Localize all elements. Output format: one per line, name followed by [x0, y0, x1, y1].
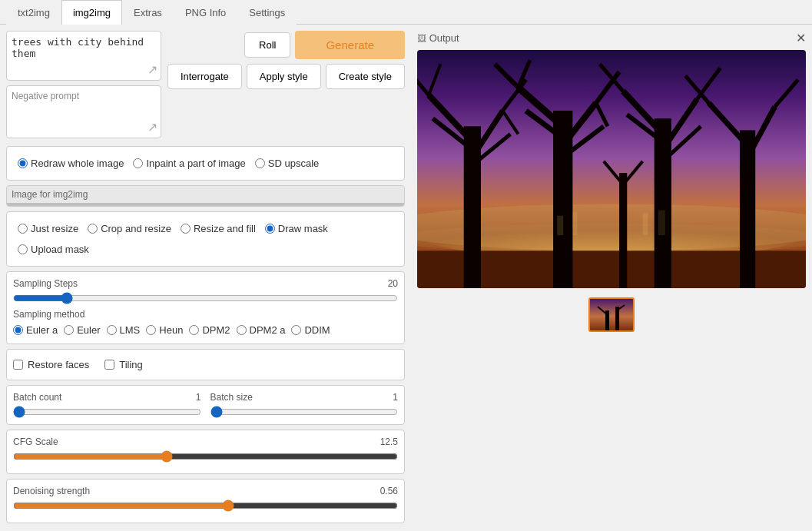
cfg-scale-slider[interactable] [13, 450, 398, 463]
left-panel: ↗ Negative prompt ↗ Roll Generate [0, 25, 411, 529]
batch-count-item: Batch count 1 [13, 392, 201, 418]
method-dpm2-label: DPM2 [202, 324, 230, 336]
output-title: Output [429, 32, 459, 44]
tab-txt2img[interactable]: txt2img [6, 0, 61, 25]
image-section-label: Image for img2img [7, 186, 404, 203]
method-euler-a[interactable]: Euler a [13, 324, 58, 336]
denoising-section: Denoising strength 0.56 [6, 479, 405, 523]
prompt-actions: ↗ [147, 62, 157, 77]
cfg-scale-row: CFG Scale 12.5 [13, 436, 398, 463]
method-lms-label: LMS [120, 324, 141, 336]
tab-settings[interactable]: Settings [237, 0, 297, 25]
method-lms[interactable]: LMS [107, 324, 141, 336]
roll-button[interactable]: Roll [244, 32, 290, 58]
method-euler[interactable]: Euler [64, 324, 100, 336]
tiling-label: Tiling [119, 359, 143, 370]
mode-sd-upscale-label: SD upscale [268, 158, 319, 169]
sampling-steps-row: Sampling Steps 20 [13, 278, 398, 304]
prompt-edit-icon[interactable]: ↗ [147, 62, 157, 77]
tiling-checkbox[interactable]: Tiling [104, 359, 143, 370]
output-header: 🖼 Output ✕ [417, 31, 806, 45]
method-dpm2[interactable]: DPM2 [189, 324, 230, 336]
top-controls-row: ↗ Negative prompt ↗ Roll Generate [6, 31, 405, 138]
image-section: Image for img2img [6, 185, 405, 207]
sampling-steps-slider[interactable] [13, 292, 398, 304]
resize-fill-label: Resize and fill [194, 223, 256, 234]
batch-count-label-row: Batch count 1 [13, 392, 201, 403]
tab-png-info[interactable]: PNG Info [174, 0, 237, 25]
output-label: 🖼 Output [417, 32, 459, 44]
batch-size-label-row: Batch size 1 [210, 392, 399, 403]
method-dpm2a[interactable]: DPM2 a [237, 324, 286, 336]
svg-rect-58 [658, 211, 665, 235]
mode-redraw-label: Redraw whole image [31, 158, 124, 169]
method-dpm2a-label: DPM2 a [250, 324, 286, 336]
batch-size-slider[interactable] [210, 406, 399, 418]
batch-size-item: Batch size 1 [210, 392, 399, 418]
batch-count-value: 1 [196, 392, 201, 403]
resize-crop-label: Crop and resize [101, 223, 171, 234]
batch-section: Batch count 1 Batch size 1 [6, 385, 405, 425]
mode-radio-group: Redraw whole image Inpaint a part of ima… [13, 153, 398, 174]
right-panel: 🖼 Output ✕ [411, 25, 812, 529]
prompt-input[interactable] [12, 36, 156, 73]
method-ddim-label: DDIM [304, 324, 330, 336]
negative-prompt-input[interactable] [12, 103, 156, 131]
cfg-scale-label: CFG Scale [13, 436, 58, 447]
resize-resize-fill[interactable]: Resize and fill [181, 223, 256, 234]
output-thumbnail[interactable] [588, 297, 635, 332]
batch-size-label: Batch size [210, 392, 253, 403]
neg-edit-icon[interactable]: ↗ [147, 121, 157, 134]
create-style-button[interactable]: Create style [326, 64, 405, 89]
output-image-container [417, 50, 806, 288]
negative-prompt-section: Negative prompt ↗ [6, 85, 161, 138]
resize-just-resize[interactable]: Just resize [18, 223, 78, 234]
prompt-neg-col: ↗ Negative prompt ↗ [6, 31, 161, 138]
mode-redraw[interactable]: Redraw whole image [18, 158, 124, 169]
interrogate-button[interactable]: Interrogate [167, 64, 242, 89]
tab-extras[interactable]: Extras [122, 0, 174, 25]
batch-size-value: 1 [393, 392, 398, 403]
negative-prompt-label: Negative prompt [12, 91, 156, 101]
batch-row: Batch count 1 Batch size 1 [13, 392, 398, 418]
denoising-label-row: Denoising strength 0.56 [13, 486, 398, 496]
resize-draw-mask[interactable]: Draw mask [265, 223, 328, 234]
mode-radio-section: Redraw whole image Inpaint a part of ima… [6, 146, 405, 181]
method-euler-label: Euler [77, 324, 100, 336]
resize-upload-mask-label: Upload mask [31, 244, 89, 255]
batch-count-label: Batch count [13, 392, 61, 403]
prompt-section: ↗ [6, 31, 161, 81]
mode-sd-upscale[interactable]: SD upscale [255, 158, 319, 169]
sampling-method-group: Euler a Euler LMS Heun DPM2 [13, 323, 398, 337]
sampling-steps-label-row: Sampling Steps 20 [13, 278, 398, 289]
method-ddim[interactable]: DDIM [291, 324, 330, 336]
checkbox-row: Restore faces Tiling [13, 356, 398, 373]
output-close-button[interactable]: ✕ [796, 31, 806, 45]
mode-inpaint-label: Inpaint a part of image [146, 158, 245, 169]
svg-rect-59 [590, 299, 635, 332]
sampling-steps-value: 20 [388, 278, 398, 289]
image-canvas[interactable]: ✏ ✕ [7, 203, 404, 207]
tab-img2img[interactable]: img2img [61, 0, 122, 25]
resize-mode-section: Just resize Crop and resize Resize and f… [6, 211, 405, 267]
restore-faces-checkbox[interactable]: Restore faces [13, 359, 89, 370]
denoising-row: Denoising strength 0.56 [13, 486, 398, 512]
neg-actions: ↗ [147, 120, 157, 134]
denoising-slider[interactable] [13, 499, 398, 512]
batch-count-slider[interactable] [13, 406, 201, 418]
action-col: Roll Generate Interrogate Apply style Cr… [167, 31, 405, 89]
apply-style-button[interactable]: Apply style [247, 64, 321, 89]
resize-crop-resize[interactable]: Crop and resize [88, 223, 171, 234]
cfg-scale-value: 12.5 [380, 436, 398, 447]
svg-rect-55 [557, 216, 563, 235]
mode-inpaint[interactable]: Inpaint a part of image [133, 158, 245, 169]
denoising-value: 0.56 [380, 486, 398, 496]
resize-draw-mask-label: Draw mask [278, 223, 328, 234]
method-heun[interactable]: Heun [146, 324, 183, 336]
resize-upload-mask[interactable]: Upload mask [18, 244, 89, 255]
restore-faces-label: Restore faces [28, 359, 89, 370]
resize-just-resize-label: Just resize [31, 223, 78, 234]
generate-button[interactable]: Generate [295, 31, 405, 59]
sampling-steps-label: Sampling Steps [13, 278, 78, 289]
secondary-buttons: Interrogate Apply style Create style [167, 64, 405, 89]
